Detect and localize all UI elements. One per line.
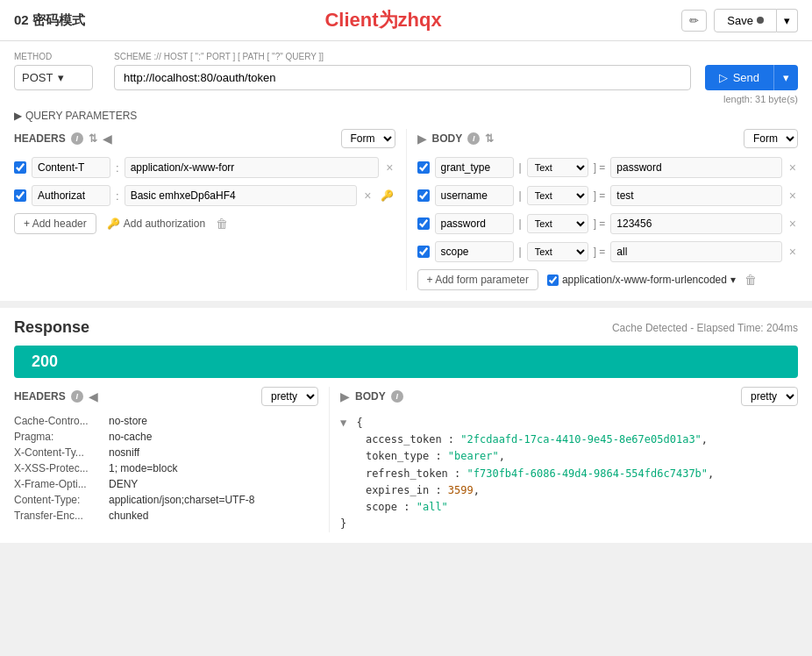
body-panel: ▶ BODY i ⇅ Form | Text ] = × (407, 129, 799, 290)
body-form-select[interactable]: Form (744, 129, 798, 148)
body-trash-button[interactable]: 🗑 (744, 273, 757, 287)
body-row-1: | Text ] = × (417, 185, 799, 206)
method-section: METHOD POST ▾ (14, 52, 93, 90)
add-form-param-button[interactable]: + Add form parameter (417, 269, 538, 290)
body-value-1[interactable] (610, 185, 782, 206)
save-dot-icon (757, 17, 764, 24)
send-button[interactable]: ▷ Send (705, 65, 773, 90)
resp-header-6: Transfer-Enc... chunked (14, 510, 318, 522)
headers-section-header: HEADERS i ⇅ ◀ Form (14, 129, 395, 148)
body-info-icon: i (467, 132, 480, 145)
add-param-row: + Add form parameter application/x-www-f… (417, 269, 799, 290)
header-row-1: : × 🔑 (14, 185, 395, 206)
status-badge: 200 (14, 346, 798, 378)
body-row-2: | Text ] = × (417, 213, 799, 234)
header-bottom-actions: + Add header 🔑 Add authorization 🗑 (14, 213, 395, 234)
response-body-json: ▼ { access_token : "2fcdaafd-17ca-4410-9… (340, 415, 798, 532)
headers-form-select[interactable]: Form (341, 129, 395, 148)
method-select[interactable]: POST ▾ (14, 65, 93, 90)
body-value-3[interactable] (610, 241, 782, 262)
body-value-2[interactable] (610, 213, 782, 234)
body-type-2[interactable]: Text (527, 214, 588, 233)
save-button[interactable]: Save (714, 9, 777, 32)
cache-text: Cache Detected - Elapsed Time: 204ms (612, 322, 798, 334)
request-panel: METHOD POST ▾ SCHEME :// HOST [ ":" PORT… (0, 41, 812, 308)
header-value-0[interactable] (125, 157, 380, 178)
add-header-button[interactable]: + Add header (14, 213, 96, 234)
header-key-1[interactable] (32, 185, 110, 206)
headers-trash-button[interactable]: 🗑 (216, 217, 228, 231)
headers-collapse-button[interactable]: ◀ (103, 132, 112, 146)
top-bar: 02 密码模式 Client为zhqx ✏ Save ▾ (0, 0, 812, 41)
top-bar-actions: ✏ Save ▾ (681, 9, 798, 32)
header-value-1[interactable] (125, 185, 358, 206)
url-input[interactable] (114, 65, 691, 90)
body-sort-icon: ⇅ (485, 132, 494, 145)
header-lock-1[interactable]: 🔑 (379, 189, 395, 202)
length-text: length: 31 byte(s) (14, 94, 798, 104)
body-checkbox-1[interactable] (417, 189, 430, 202)
headers-panel: HEADERS i ⇅ ◀ Form : × : × (14, 129, 407, 290)
body-delete-2[interactable]: × (787, 217, 798, 231)
send-button-group: ▷ Send ▾ (705, 65, 798, 90)
response-panel: Response Cache Detected - Elapsed Time: … (0, 308, 812, 543)
body-key-1[interactable] (435, 185, 514, 206)
response-headers-collapse[interactable]: ◀ (89, 389, 98, 403)
header-checkbox-1[interactable] (14, 189, 26, 202)
resp-header-0: Cache-Contro... no-store (14, 415, 318, 427)
resp-header-3: X-XSS-Protec... 1; mode=block (14, 462, 318, 474)
url-section: SCHEME :// HOST [ ":" PORT ] [ PATH [ "?… (114, 52, 798, 90)
header-checkbox-0[interactable] (14, 161, 26, 174)
resp-header-4: X-Frame-Opti... DENY (14, 478, 318, 490)
url-label: SCHEME :// HOST [ ":" PORT ] [ PATH [ "?… (114, 52, 798, 61)
body-key-0[interactable] (435, 157, 514, 178)
body-row-3: | Text ] = × (417, 241, 799, 262)
body-value-0[interactable] (610, 157, 782, 178)
client-title: Client为zhqx (324, 7, 441, 33)
body-key-3[interactable] (435, 241, 514, 262)
body-delete-1[interactable]: × (787, 189, 798, 203)
header-delete-1[interactable]: × (362, 189, 373, 203)
response-body-panel: ▶ BODY i pretty ▼ { access_token : "2fcd… (330, 387, 798, 532)
body-key-2[interactable] (435, 213, 514, 234)
headers-info-icon: i (71, 132, 83, 145)
response-body-pretty-select[interactable]: pretty (741, 387, 798, 406)
json-collapse-arrow[interactable]: ▼ (340, 417, 346, 429)
response-headers-header: HEADERS i ◀ pretty (14, 387, 318, 406)
response-title: Response (14, 318, 89, 337)
headers-sort-icon: ⇅ (89, 132, 97, 145)
query-params-toggle[interactable]: ▶ QUERY PARAMETERS (14, 110, 798, 122)
panels-row: HEADERS i ⇅ ◀ Form : × : × (14, 129, 798, 290)
body-checkbox-2[interactable] (417, 217, 430, 230)
response-body-header: ▶ BODY i pretty (340, 387, 798, 406)
body-type-0[interactable]: Text (527, 158, 588, 177)
page-title: 02 密码模式 (14, 12, 85, 29)
header-key-0[interactable] (32, 157, 110, 178)
body-checkbox-0[interactable] (417, 161, 430, 174)
body-row-0: | Text ] = × (417, 157, 799, 178)
body-collapse-button[interactable]: ▶ (417, 132, 427, 146)
resp-header-2: X-Content-Ty... nosniff (14, 446, 318, 459)
save-dropdown-button[interactable]: ▾ (777, 9, 798, 32)
response-body-info-icon: i (391, 390, 403, 403)
body-section-header: ▶ BODY i ⇅ Form (417, 129, 799, 148)
encoding-checkbox[interactable] (547, 275, 559, 286)
resp-header-5: Content-Type: application/json;charset=U… (14, 494, 318, 506)
edit-button[interactable]: ✏ (681, 10, 707, 32)
encoding-label[interactable]: application/x-www-form-urlencoded ▾ (547, 274, 736, 286)
body-type-1[interactable]: Text (527, 186, 588, 205)
method-label: METHOD (14, 52, 93, 61)
response-header-list: Cache-Contro... no-store Pragma: no-cach… (14, 415, 318, 522)
header-row-0: : × (14, 157, 395, 178)
response-body-collapse[interactable]: ▶ (340, 389, 350, 403)
header-delete-0[interactable]: × (384, 160, 395, 175)
response-headers-pretty-select[interactable]: pretty (261, 387, 318, 406)
response-headers-info-icon: i (71, 390, 83, 403)
body-checkbox-3[interactable] (417, 246, 430, 258)
body-type-3[interactable]: Text (527, 242, 588, 261)
add-authorization-button[interactable]: 🔑 Add authorization (107, 217, 205, 230)
save-button-group: Save ▾ (714, 9, 798, 32)
send-dropdown-button[interactable]: ▾ (773, 65, 798, 90)
body-delete-0[interactable]: × (787, 160, 798, 175)
body-delete-3[interactable]: × (787, 245, 798, 259)
